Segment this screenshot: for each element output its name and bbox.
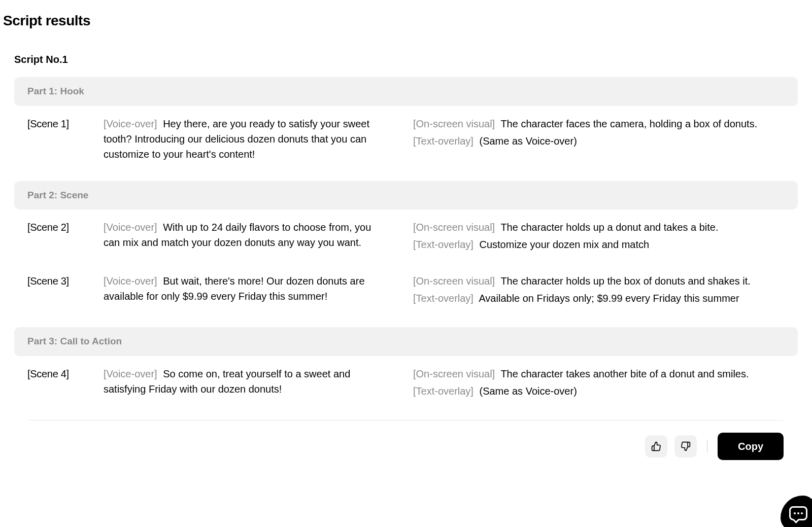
text-overlay-text: Customize your dozen mix and match — [480, 239, 650, 250]
scene-label: [Scene 4] — [27, 366, 93, 401]
part-header: Part 3: Call to Action — [14, 327, 798, 356]
text-overlay-text: (Same as Voice-over) — [480, 135, 577, 147]
voice-over-column: [Voice-over] Hey there, are you ready to… — [104, 116, 388, 162]
text-overlay-tag: [Text-overlay] — [413, 385, 473, 397]
visual-column: [On-screen visual] The character holds u… — [398, 273, 785, 308]
on-screen-tag: [On-screen visual] — [413, 118, 495, 129]
on-screen-text: The character faces the camera, holding … — [500, 118, 757, 129]
footer-actions: Copy — [28, 420, 784, 460]
thumbs-up-icon — [651, 441, 661, 451]
on-screen-tag: [On-screen visual] — [413, 368, 495, 379]
part-header: Part 2: Scene — [14, 181, 798, 210]
part-header: Part 1: Hook — [14, 77, 798, 106]
voice-over-tag: [Voice-over] — [104, 275, 157, 287]
voice-over-tag: [Voice-over] — [104, 222, 157, 233]
scene-row: [Scene 3] [Voice-over] But wait, there's… — [14, 273, 798, 327]
voice-over-tag: [Voice-over] — [104, 368, 157, 379]
on-screen-text: The character holds up the box of donuts… — [500, 275, 751, 287]
on-screen-tag: [On-screen visual] — [413, 222, 495, 233]
copy-button[interactable]: Copy — [718, 433, 784, 460]
on-screen-text: The character holds up a donut and takes… — [500, 222, 718, 233]
text-overlay-tag: [Text-overlay] — [413, 239, 473, 250]
text-overlay-text: Available on Fridays only; $9.99 every F… — [479, 293, 739, 304]
scene-label: [Scene 2] — [27, 220, 93, 254]
voice-over-column: [Voice-over] But wait, there's more! Our… — [104, 273, 388, 308]
visual-column: [On-screen visual] The character takes a… — [398, 366, 785, 401]
on-screen-tag: [On-screen visual] — [413, 275, 495, 287]
script-number-title: Script No.1 — [14, 37, 798, 77]
script-block: Script No.1 Part 1: Hook [Scene 1] [Voic… — [0, 37, 812, 470]
scene-row: [Scene 2] [Voice-over] With up to 24 dai… — [14, 220, 798, 273]
scene-label: [Scene 1] — [27, 116, 93, 162]
voice-over-column: [Voice-over] So come on, treat yourself … — [104, 366, 388, 401]
text-overlay-tag: [Text-overlay] — [413, 293, 473, 304]
text-overlay-text: (Same as Voice-over) — [480, 385, 577, 397]
text-overlay-tag: [Text-overlay] — [413, 135, 473, 147]
thumbs-down-button[interactable] — [674, 435, 697, 458]
thumbs-down-icon — [681, 441, 691, 451]
visual-column: [On-screen visual] The character holds u… — [398, 220, 785, 254]
thumbs-up-button[interactable] — [645, 435, 667, 458]
on-screen-text: The character takes another bite of a do… — [500, 368, 749, 379]
scene-row: [Scene 4] [Voice-over] So come on, treat… — [14, 366, 798, 420]
voice-over-column: [Voice-over] With up to 24 daily flavors… — [104, 220, 388, 254]
visual-column: [On-screen visual] The character faces t… — [398, 116, 785, 162]
scene-label: [Scene 3] — [27, 273, 93, 308]
voice-over-tag: [Voice-over] — [104, 118, 157, 129]
scene-row: [Scene 1] [Voice-over] Hey there, are yo… — [14, 116, 798, 181]
page-title: Script results — [0, 0, 812, 37]
divider — [707, 440, 707, 452]
